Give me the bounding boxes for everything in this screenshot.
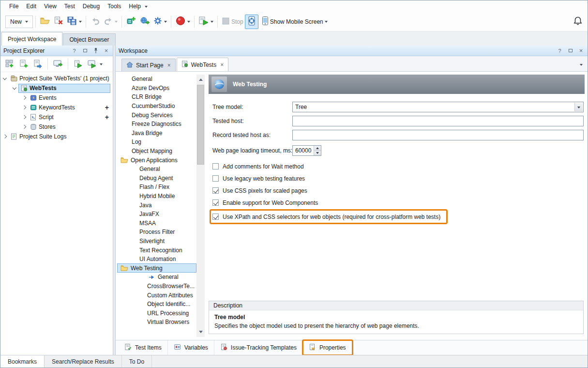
menu-help[interactable]: Help (125, 2, 145, 11)
save-all-button[interactable] (65, 15, 83, 29)
close-icon[interactable]: × (577, 47, 585, 54)
scroll-up-icon[interactable] (196, 75, 205, 83)
add-item-button[interactable]: + (105, 113, 111, 121)
scroll-down-icon[interactable] (196, 329, 205, 337)
options-item-url-processing[interactable]: URL Processing (117, 308, 196, 318)
chevron-down-icon[interactable] (164, 21, 167, 24)
tree-model-select[interactable]: Tree (292, 102, 584, 112)
options-item-hybrid-mobile[interactable]: Hybrid Mobile (117, 192, 196, 201)
menu-debug[interactable]: Debug (79, 2, 104, 11)
timeout-spinner[interactable]: 60000 (292, 145, 321, 156)
footer-tab-bookmarks[interactable]: Bookmarks (0, 355, 45, 368)
tab-object-browser[interactable]: Object Browser (63, 33, 115, 46)
spinner-up-button[interactable] (314, 146, 321, 151)
chevron-down-icon[interactable] (79, 21, 82, 24)
chevron-right-icon[interactable] (2, 134, 7, 139)
bottom-tab-variables[interactable]: Variables (168, 340, 214, 355)
checkbox[interactable] (212, 163, 219, 169)
close-tab-icon[interactable]: × (219, 61, 224, 68)
chevron-right-icon[interactable] (22, 115, 27, 120)
record-web-test-button[interactable] (138, 15, 151, 29)
show-mobile-screen-button[interactable]: Show Mobile Screen (258, 15, 331, 29)
tree-item-stores[interactable]: Stores (0, 122, 113, 132)
checkbox-row-enable-support-for-web-c[interactable]: Enable support for Web Components (212, 197, 584, 209)
checkbox[interactable] (212, 199, 219, 206)
tested-host-input[interactable] (292, 116, 584, 126)
chevron-down-icon[interactable] (100, 63, 103, 67)
menu-view[interactable]: View (40, 2, 60, 11)
options-item-general[interactable]: General (117, 165, 196, 174)
options-item-cucumberstudio[interactable]: CucumberStudio (117, 102, 196, 111)
close-file-button[interactable] (52, 15, 65, 29)
chevron-down-icon[interactable] (211, 21, 213, 24)
menu-test[interactable]: Test (60, 2, 79, 11)
record-button[interactable] (174, 15, 192, 29)
options-item-freeze-diagnostics[interactable]: Freeze Diagnostics (117, 120, 196, 129)
checkbox-row-add-comments-for-wait-me[interactable]: Add comments for Wait method (212, 160, 584, 172)
options-item-clr-bridge[interactable]: CLR Bridge (117, 92, 196, 102)
options-item-javafx[interactable]: JavaFX (117, 210, 196, 219)
options-item-debug-agent[interactable]: Debug Agent (117, 174, 196, 183)
options-item-object-mapping[interactable]: Object Mapping (117, 147, 196, 156)
options-item-log[interactable]: Log (117, 138, 196, 147)
float-window-icon[interactable] (567, 47, 574, 54)
test-settings-button[interactable] (151, 15, 168, 29)
menu-file[interactable]: File (5, 2, 22, 11)
options-item-java[interactable]: Java (117, 200, 196, 210)
tree-item-project-suite-logs[interactable]: Project Suite Logs (0, 132, 113, 141)
menu-edit[interactable]: Edit (22, 2, 40, 11)
footer-tab-to-do[interactable]: To Do (122, 355, 152, 368)
add-new-item-button[interactable] (17, 58, 30, 71)
options-item-msaa[interactable]: MSAA (117, 219, 196, 228)
footer-tab-search-replace-results[interactable]: Search/Replace Results (45, 355, 122, 368)
pin-icon[interactable] (92, 47, 99, 54)
checkbox[interactable] (212, 175, 219, 182)
chevron-down-icon[interactable] (187, 21, 190, 24)
open-file-button[interactable] (38, 15, 52, 29)
checkbox-row-use-xpath-and-css-select[interactable]: Use XPath and CSS selectors for web obje… (212, 211, 440, 223)
options-item-java-bridge[interactable]: Java Bridge (117, 129, 196, 138)
chevron-down-icon[interactable] (574, 103, 583, 111)
add-new-project-button[interactable] (3, 58, 16, 71)
bottom-tab-test-items[interactable]: Test Items (119, 340, 168, 355)
options-item-virtual-browsers[interactable]: Virtual Browsers (117, 318, 196, 327)
tree-item-script[interactable]: Script+ (0, 112, 113, 122)
options-item-general[interactable]: General (117, 273, 196, 282)
menubar-overflow-caret[interactable] (145, 6, 148, 9)
run-button[interactable] (197, 15, 215, 29)
menu-tools[interactable]: Tools (104, 2, 125, 11)
add-item-button[interactable]: + (105, 104, 111, 111)
options-item-debug-services[interactable]: Debug Services (117, 110, 196, 120)
tree-item-project-suite-webtests-1-project[interactable]: Project Suite 'WebTests' (1 project) (0, 74, 113, 83)
doc-tab-webtests[interactable]: WebTests× (177, 58, 228, 71)
options-item-process-filter[interactable]: Process Filter (117, 228, 196, 237)
notifications-button[interactable] (573, 16, 583, 27)
tree-item-keywordtests[interactable]: KeywordTests+ (0, 103, 113, 112)
scrollbar-track[interactable] (196, 83, 205, 329)
options-item-general[interactable]: General (117, 75, 196, 84)
chevron-down-icon[interactable] (2, 76, 7, 81)
float-window-icon[interactable] (81, 47, 89, 54)
checkbox[interactable] (212, 214, 219, 220)
tab-project-workspace[interactable]: Project Workspace (1, 32, 62, 46)
help-icon[interactable]: ? (71, 47, 78, 54)
chevron-right-icon[interactable] (22, 124, 27, 129)
close-tab-icon[interactable]: × (166, 62, 171, 69)
chevron-down-icon[interactable] (12, 86, 17, 91)
spinner-down-button[interactable] (314, 151, 321, 156)
tab-list-caret[interactable] (580, 64, 583, 67)
run-test-button[interactable] (72, 58, 85, 71)
checkbox-row-use-css-pixels-for-scale[interactable]: Use CSS pixels for scaled pages (212, 184, 584, 197)
close-icon[interactable]: × (103, 47, 110, 54)
mobile-screen-toggle-button[interactable] (245, 15, 258, 29)
chevron-right-icon[interactable] (22, 105, 27, 110)
options-item-flash-flex[interactable]: Flash / Flex (117, 183, 196, 192)
record-host-input[interactable] (292, 130, 584, 140)
bottom-tab-issue-tracking-templates[interactable]: Issue-Tracking Templates (214, 340, 303, 355)
help-icon[interactable]: ? (556, 47, 563, 54)
options-item-text-recognition[interactable]: Text Recognition (117, 245, 196, 255)
tree-item-webtests[interactable]: WebTests (0, 83, 113, 93)
bottom-tab-properties[interactable]: Properties (303, 340, 352, 355)
scrollbar-thumb[interactable] (197, 85, 204, 165)
options-item-ui-automation[interactable]: UI Automation (117, 255, 196, 264)
